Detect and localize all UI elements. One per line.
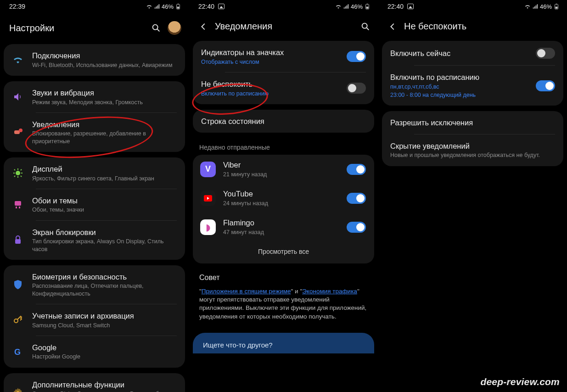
- app-row[interactable]: YouTube 24 минуты назад: [193, 184, 374, 213]
- row-sub: Настройки Google: [32, 353, 177, 360]
- row-title: Дисплей: [32, 164, 177, 174]
- row-sub-time: 23:00 - 8:00 на следующий день: [390, 91, 528, 99]
- wall-icon: [12, 199, 24, 211]
- row-title: Биометрия и безопасность: [32, 272, 177, 282]
- key-icon: [12, 314, 24, 326]
- svg-point-26: [362, 23, 367, 28]
- row-sub-days: пн,вт,ср,чт,пт,сб,вс: [390, 83, 528, 90]
- row-hide-notifications[interactable]: Скрытие уведомлений Новые и прошлые увед…: [382, 134, 563, 166]
- row-sub: Обои, темы, значки: [32, 206, 177, 213]
- settings-row-wall[interactable]: Обои и темы Обои, темы, значки: [4, 189, 185, 221]
- app-name: YouTube: [223, 189, 339, 199]
- view-all-button[interactable]: Просмотреть все: [193, 241, 374, 263]
- toggle-app[interactable]: [347, 222, 366, 233]
- settings-row-wifi[interactable]: Подключения Wi-Fi, Bluetooth, Использова…: [4, 44, 185, 76]
- page-title: Настройки: [9, 23, 145, 34]
- signal-icon: [154, 3, 160, 10]
- svg-point-3: [153, 25, 158, 30]
- toggle-app[interactable]: [347, 164, 366, 175]
- settings-row-lock[interactable]: Экран блокировки Тип блокировки экрана, …: [4, 221, 185, 260]
- row-title: Уведомления: [32, 120, 177, 129]
- card-recent-apps: V Viber 21 минуту назад YouTube 24 минут…: [193, 155, 374, 263]
- row-dnd[interactable]: Не беспокоить Включить по расписанию: [193, 73, 374, 104]
- settings-row-display[interactable]: Дисплей Яркость, Фильтр синего света, Гл…: [4, 157, 185, 189]
- status-left: 22:40: [387, 3, 414, 10]
- settings-row-google[interactable]: G Google Настройки Google: [4, 336, 185, 368]
- row-title: Звуки и вибрация: [32, 88, 177, 98]
- svg-rect-31: [556, 4, 557, 4]
- row-sub: Блокирование, разрешение, добавление в п…: [32, 130, 177, 145]
- app-row[interactable]: V Viber 21 минуту назад: [193, 155, 374, 184]
- settings-row-shield[interactable]: Биометрия и безопасность Распознавание л…: [4, 265, 185, 304]
- row-enable-schedule[interactable]: Включить по расписанию пн,вт,ср,чт,пт,сб…: [382, 66, 563, 106]
- settings-row-sound[interactable]: Звуки и вибрация Режим звука, Мелодия зв…: [4, 81, 185, 113]
- svg-rect-30: [556, 7, 558, 9]
- row-title: Экран блокировки: [32, 228, 177, 237]
- tip-block: Совет "Приложения в спящем режиме" и "Эк…: [189, 269, 378, 329]
- row-statusbar[interactable]: Строка состояния: [193, 110, 374, 133]
- settings-group: Подключения Wi-Fi, Bluetooth, Использова…: [4, 44, 185, 76]
- settings-row-key[interactable]: Учетные записи и архивация Samsung Cloud…: [4, 304, 185, 336]
- card-exceptions: Разрешить исключения Скрытие уведомлений…: [382, 111, 563, 166]
- display-icon: [12, 167, 24, 179]
- signal-icon: [532, 3, 539, 10]
- toggle-dnd[interactable]: [347, 83, 366, 94]
- settings-row-notif[interactable]: Уведомления Блокирование, разрешение, до…: [4, 113, 185, 152]
- app-icon: ◗: [200, 219, 216, 235]
- toggle-badges[interactable]: [347, 51, 366, 62]
- screenshot-icon: [218, 4, 225, 9]
- toggle-enable-schedule[interactable]: [536, 80, 555, 91]
- row-title: Индикаторы на значках: [201, 48, 338, 57]
- app-time: 21 минуту назад: [223, 171, 339, 178]
- sound-icon: [12, 91, 24, 103]
- tip-link-sleep[interactable]: Приложения в спящем режиме: [202, 288, 291, 295]
- row-sub: Яркость, Фильтр синего света, Главный эк…: [32, 175, 177, 182]
- row-sub: Samsung Cloud, Smart Switch: [32, 322, 177, 329]
- section-recent: Недавно отправленные: [189, 138, 378, 155]
- toggle-app[interactable]: [347, 193, 366, 204]
- svg-line-15: [21, 169, 22, 170]
- phone-dnd: 22:40 46% Не беспокоить Включить сейчас …: [378, 0, 567, 392]
- suggestion-bubble[interactable]: Ищете что-то другое?: [193, 333, 374, 353]
- app-name: Viber: [223, 160, 339, 170]
- toggle-enable-now[interactable]: [536, 48, 555, 59]
- svg-rect-2: [178, 4, 179, 4]
- wifi-icon: [146, 3, 152, 10]
- status-time: 22:39: [9, 3, 25, 10]
- svg-text:G: G: [14, 347, 21, 357]
- app-time: 24 минуты назад: [223, 200, 339, 207]
- lock-icon: [12, 234, 24, 246]
- svg-rect-18: [19, 207, 20, 208]
- status-indicators: 46%: [335, 3, 371, 10]
- app-row[interactable]: ◗ Flamingo 47 минут назад: [193, 213, 374, 241]
- signal-icon: [343, 3, 349, 10]
- svg-point-6: [19, 129, 22, 132]
- row-title: Подключения: [32, 51, 177, 61]
- google-icon: G: [12, 346, 24, 358]
- svg-line-14: [14, 176, 15, 177]
- settings-row-gear[interactable]: Дополнительные функции Сценарии Bixby, Д…: [4, 373, 185, 392]
- battery-icon: [364, 3, 371, 10]
- status-bar: 22:40 46%: [189, 0, 378, 13]
- search-icon[interactable]: [360, 22, 371, 32]
- wifi-icon: [335, 3, 342, 10]
- row-title: Учетные записи и архивация: [32, 311, 177, 321]
- search-icon[interactable]: [151, 23, 161, 33]
- row-allow-exceptions[interactable]: Разрешить исключения: [382, 111, 563, 134]
- svg-line-12: [14, 169, 15, 170]
- battery-text: 46%: [540, 3, 552, 10]
- row-badge-indicators[interactable]: Индикаторы на значках Отображать с число…: [193, 41, 374, 73]
- profile-avatar[interactable]: [168, 21, 181, 35]
- shield-icon: [12, 279, 24, 291]
- row-sub: Тип блокировки экрана, Always On Display…: [32, 238, 177, 253]
- card-statusbar: Строка состояния: [193, 110, 374, 133]
- app-icon: V: [200, 162, 216, 177]
- tip-link-traffic[interactable]: Экономия трафика: [302, 288, 357, 295]
- back-icon[interactable]: [387, 22, 398, 32]
- back-icon[interactable]: [198, 22, 208, 32]
- row-title: Включить по расписанию: [390, 73, 528, 82]
- settings-group: Биометрия и безопасность Распознавание л…: [4, 265, 185, 368]
- header: Настройки: [0, 13, 189, 44]
- row-enable-now[interactable]: Включить сейчас: [382, 41, 563, 66]
- header: Не беспокоить: [378, 13, 567, 41]
